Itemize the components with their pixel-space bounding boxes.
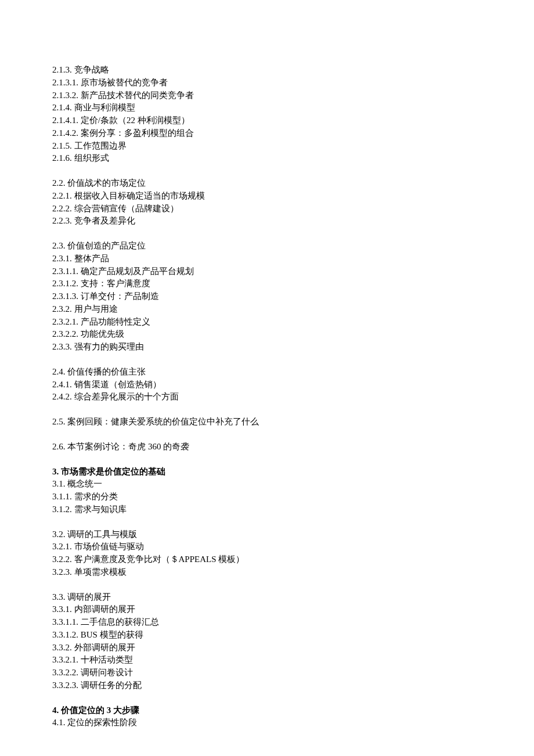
outline-number: 3.1.1. xyxy=(52,492,72,501)
outline-group: 3.2. 调研的工具与模版3.2.1. 市场价值链与驱动3.2.2. 客户满意度… xyxy=(52,528,482,579)
outline-group: 2.3. 价值创造的产品定位2.3.1. 整体产品2.3.1.1. 确定产品规划… xyxy=(52,240,482,354)
outline-number: 2.4.1. xyxy=(52,380,72,389)
outline-text: 定价/条款（22 种利润模型） xyxy=(81,116,190,125)
outline-text: 价值定位的 3 大步骤 xyxy=(61,705,139,715)
outline-number: 2.3. xyxy=(52,241,66,250)
outline-group: 4. 价值定位的 3 大步骤4.1. 定位的探索性阶段 xyxy=(52,704,482,730)
outline-item: 2.3.1.3. 订单交付：产品制造 xyxy=(52,290,482,303)
outline-text: 十种活动类型 xyxy=(81,655,133,664)
outline-group: 2.5. 案例回顾：健康关爱系统的价值定位中补充了什么 xyxy=(52,416,482,429)
outline-number: 3.3.1.1. xyxy=(52,617,78,627)
outline-item: 3.3.1.1. 二手信息的获得汇总 xyxy=(52,616,482,629)
outline-group: 2.4. 价值传播的价值主张2.4.1. 销售渠道（创造热销）2.4.2. 综合… xyxy=(52,366,482,404)
outline-number: 3.2.1. xyxy=(52,542,72,551)
outline-number: 3.2.3. xyxy=(52,567,72,577)
outline-group: 3. 市场需求是价值定位的基础3.1. 概念统一3.1.1. 需求的分类3.1.… xyxy=(52,466,482,516)
outline-item: 3.3.2.3. 调研任务的分配 xyxy=(52,679,482,692)
outline-group: 2.6. 本节案例讨论：奇虎 360 的奇袭 xyxy=(52,441,482,453)
outline-item: 2.2.3. 竞争者及差异化 xyxy=(52,215,482,228)
outline-item: 3.2. 调研的工具与模版 xyxy=(52,528,482,541)
outline-group: 2.2. 价值战术的市场定位2.2.1. 根据收入目标确定适当的市场规模2.2.… xyxy=(52,177,482,228)
outline-number: 2.2. xyxy=(52,178,66,188)
outline-item: 2.1.4. 商业与利润模型 xyxy=(52,102,482,114)
outline-number: 3. xyxy=(52,467,59,476)
outline-text: 调研的展开 xyxy=(67,592,111,602)
outline-item: 3.2.2. 客户满意度及竞争比对（＄APPEALS 模板） xyxy=(52,553,482,566)
outline-text: 案例回顾：健康关爱系统的价值定位中补充了什么 xyxy=(67,417,259,426)
outline-text: 价值战术的市场定位 xyxy=(67,178,146,188)
outline-number: 3.3.2.1. xyxy=(52,655,78,664)
outline-text: 内部调研的展开 xyxy=(74,604,135,614)
outline-text: 单项需求模板 xyxy=(74,567,127,577)
outline-item: 2.2. 价值战术的市场定位 xyxy=(52,177,482,190)
outline-number: 3.3.2.3. xyxy=(52,681,78,690)
outline-number: 2.3.1. xyxy=(52,254,72,263)
outline-group: 3.3. 调研的展开3.3.1. 内部调研的展开3.3.1.1. 二手信息的获得… xyxy=(52,591,482,692)
outline-text: 原市场被替代的竞争者 xyxy=(81,78,168,87)
outline-number: 2.3.2.1. xyxy=(52,317,78,326)
outline-item: 2.1.6. 组织形式 xyxy=(52,152,482,165)
outline-item: 3.1.2. 需求与知识库 xyxy=(52,503,482,516)
outline-number: 2.1.4. xyxy=(52,103,72,112)
outline-item: 2.6. 本节案例讨论：奇虎 360 的奇袭 xyxy=(52,441,482,453)
outline-number: 4. xyxy=(52,705,59,715)
outline-number: 3.3.2.2. xyxy=(52,668,78,677)
outline-number: 2.3.3. xyxy=(52,342,72,351)
outline-item: 2.3.2.2. 功能优先级 xyxy=(52,328,482,341)
outline-item: 2.4. 价值传播的价值主张 xyxy=(52,366,482,379)
outline-item: 2.2.1. 根据收入目标确定适当的市场规模 xyxy=(52,190,482,203)
outline-text: 订单交付：产品制造 xyxy=(81,291,159,301)
outline-item: 4.1. 定位的探索性阶段 xyxy=(52,717,482,729)
outline-text: 功能优先级 xyxy=(81,329,124,339)
outline-number: 2.3.1.1. xyxy=(52,267,78,276)
outline-text: 根据收入目标确定适当的市场规模 xyxy=(74,191,205,200)
outline-number: 2.4. xyxy=(52,367,66,376)
outline-text: 综合差异化展示的十个方面 xyxy=(74,392,179,401)
outline-number: 2.1.5. xyxy=(52,141,72,150)
outline-item: 2.1.3.2. 新产品技术替代的同类竞争者 xyxy=(52,89,482,102)
outline-number: 3.3. xyxy=(52,592,66,602)
outline-number: 2.5. xyxy=(52,417,66,426)
outline-item: 3.3.1. 内部调研的展开 xyxy=(52,603,482,616)
outline-number: 3.2. xyxy=(52,530,66,539)
outline-text: 案例分享：多盈利模型的组合 xyxy=(81,128,194,138)
outline-item: 2.2.2. 综合营销宣传（品牌建设） xyxy=(52,203,482,215)
outline-number: 3.1. xyxy=(52,479,66,488)
outline-number: 3.1.2. xyxy=(52,505,72,514)
outline-item: 3.3. 调研的展开 xyxy=(52,591,482,604)
outline-number: 3.3.2. xyxy=(52,643,72,652)
outline-number: 2.2.2. xyxy=(52,204,72,213)
outline-text: 用户与用途 xyxy=(74,304,118,314)
outline-text: 竞争战略 xyxy=(74,65,109,74)
outline-text: 确定产品规划及产品平台规划 xyxy=(81,267,194,276)
outline-item: 2.1.3. 竞争战略 xyxy=(52,64,482,77)
outline-heading: 4. 价值定位的 3 大步骤 xyxy=(52,704,482,717)
outline-text: 竞争者及差异化 xyxy=(74,216,135,225)
outline-heading: 3. 市场需求是价值定位的基础 xyxy=(52,466,482,478)
outline-number: 2.3.2.2. xyxy=(52,329,78,339)
outline-number: 2.1.3.1. xyxy=(52,78,78,87)
outline-number: 2.1.3. xyxy=(52,65,72,74)
outline-item: 2.1.5. 工作范围边界 xyxy=(52,140,482,153)
outline-text: 整体产品 xyxy=(74,254,109,263)
outline-item: 2.4.1. 销售渠道（创造热销） xyxy=(52,379,482,391)
outline-text: 本节案例讨论：奇虎 360 的奇袭 xyxy=(67,442,189,451)
outline-item: 2.1.4.2. 案例分享：多盈利模型的组合 xyxy=(52,127,482,140)
outline-number: 2.1.3.2. xyxy=(52,91,78,100)
outline-item: 2.5. 案例回顾：健康关爱系统的价值定位中补充了什么 xyxy=(52,416,482,429)
outline-item: 3.2.1. 市场价值链与驱动 xyxy=(52,541,482,553)
outline-number: 2.1.6. xyxy=(52,153,72,163)
outline-text: 产品功能特性定义 xyxy=(81,317,150,326)
document-page: 2.1.3. 竞争战略2.1.3.1. 原市场被替代的竞争者2.1.3.2. 新… xyxy=(0,0,534,756)
outline-text: 销售渠道（创造热销） xyxy=(74,380,161,389)
outline-item: 2.3.1.1. 确定产品规划及产品平台规划 xyxy=(52,265,482,278)
outline-text: 组织形式 xyxy=(74,153,109,163)
outline-item: 2.3.3. 强有力的购买理由 xyxy=(52,341,482,354)
outline-text: 工作范围边界 xyxy=(74,141,127,150)
outline-number: 2.1.4.2. xyxy=(52,128,78,138)
outline-text: BUS 模型的获得 xyxy=(81,630,143,639)
outline-text: 调研的工具与模版 xyxy=(67,530,137,539)
outline-number: 2.3.2. xyxy=(52,304,72,314)
outline-item: 2.1.4.1. 定价/条款（22 种利润模型） xyxy=(52,114,482,127)
outline-item: 3.1. 概念统一 xyxy=(52,478,482,491)
